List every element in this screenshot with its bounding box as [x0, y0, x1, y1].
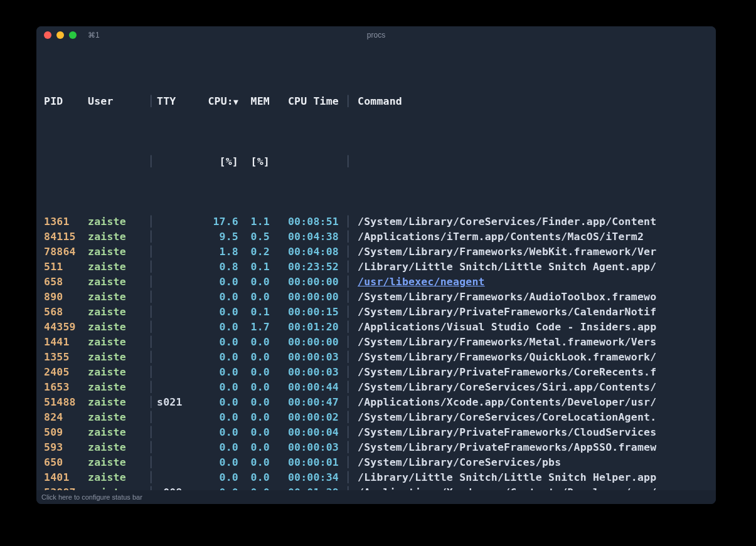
table-row[interactable]: 509zaiste│0.00.000:00:04│/System/Library…	[44, 425, 708, 440]
cell-command: /System/Library/PrivateFrameworks/AppSSO…	[358, 440, 708, 455]
cell-pid: 1441	[44, 335, 88, 350]
col-header-tty[interactable]: TTY	[157, 94, 197, 109]
cell-time: 00:04:38	[270, 229, 339, 244]
column-separator: │	[146, 214, 157, 229]
cell-tty	[157, 214, 197, 229]
cell-mem: 0.0	[238, 275, 270, 290]
cell-mem: 0.0	[238, 425, 270, 440]
cell-tty	[157, 380, 197, 395]
cell-pid: 44359	[44, 320, 88, 335]
cell-command: /System/Library/PrivateFrameworks/CoreRe…	[358, 365, 708, 380]
cell-user: zaiste	[88, 244, 146, 260]
cell-command: /System/Library/Frameworks/QuickLook.fra…	[358, 350, 708, 365]
cell-mem: 0.0	[238, 440, 270, 455]
table-row[interactable]: 1653zaiste│0.00.000:00:44│/System/Librar…	[44, 380, 708, 395]
cell-tty	[157, 335, 197, 350]
cell-user: zaiste	[88, 365, 146, 380]
status-bar[interactable]: Click here to configure status bar	[36, 490, 716, 504]
cell-command: /Applications/Xcode.app/Contents/Develop…	[358, 395, 708, 410]
cell-user: zaiste	[88, 395, 146, 410]
cell-pid: 1653	[44, 380, 88, 395]
cell-command[interactable]: /usr/libexec/neagent	[358, 275, 708, 290]
column-separator: │	[146, 365, 157, 380]
table-row[interactable]: 1361zaiste│17.61.100:08:51│/System/Libra…	[44, 214, 708, 229]
zoom-icon[interactable]	[69, 31, 77, 39]
cell-tty	[157, 275, 197, 290]
column-separator: │	[339, 214, 358, 229]
cell-time: 00:00:00	[270, 335, 339, 350]
cell-tty	[157, 425, 197, 440]
cell-mem: 0.0	[238, 335, 270, 350]
table-row[interactable]: 2405zaiste│0.00.000:00:03│/System/Librar…	[44, 365, 708, 380]
cell-cpu: 0.0	[197, 395, 238, 410]
tab-label[interactable]: ⌘1	[88, 31, 100, 39]
cell-tty	[157, 410, 197, 425]
cell-time: 00:01:20	[270, 320, 339, 335]
table-row[interactable]: 1401zaiste│0.00.000:00:34│/Library/Littl…	[44, 470, 708, 485]
column-separator: │	[146, 154, 157, 169]
sort-descending-icon: ▼	[233, 97, 238, 107]
cell-command: /System/Library/PrivateFrameworks/Calend…	[358, 305, 708, 320]
table-row[interactable]: 824zaiste│0.00.000:00:02│/System/Library…	[44, 410, 708, 425]
column-separator: │	[339, 275, 358, 290]
column-separator: │	[339, 154, 358, 169]
column-separator: │	[146, 410, 157, 425]
cell-tty	[157, 320, 197, 335]
col-header-pid[interactable]: PID	[44, 94, 88, 109]
table-row[interactable]: 593zaiste│0.00.000:00:03│/System/Library…	[44, 440, 708, 455]
column-separator: │	[339, 350, 358, 365]
table-row[interactable]: 44359zaiste│0.01.700:01:20│/Applications…	[44, 320, 708, 335]
col-header-cpu[interactable]: CPU:▼	[197, 94, 238, 109]
table-row[interactable]: 1355zaiste│0.00.000:00:03│/System/Librar…	[44, 350, 708, 365]
table-row[interactable]: 84115zaiste│9.50.500:04:38│/Applications…	[44, 229, 708, 244]
table-row[interactable]: 78864zaiste│1.80.200:04:08│/System/Libra…	[44, 244, 708, 260]
cell-command: /System/Library/PrivateFrameworks/CloudS…	[358, 425, 708, 440]
cell-user: zaiste	[88, 305, 146, 320]
column-separator: │	[146, 440, 157, 455]
col-header-user[interactable]: User	[88, 94, 146, 109]
traffic-lights	[44, 31, 77, 39]
cell-tty	[157, 455, 197, 470]
column-separator: │	[146, 320, 157, 335]
cell-pid: 51488	[44, 395, 88, 410]
column-separator: │	[146, 275, 157, 290]
cell-mem: 0.0	[238, 290, 270, 305]
table-row[interactable]: 568zaiste│0.00.100:00:15│/System/Library…	[44, 305, 708, 320]
minimize-icon[interactable]	[56, 31, 64, 39]
cell-cpu: 0.0	[197, 440, 238, 455]
cell-user: zaiste	[88, 410, 146, 425]
col-header-time[interactable]: CPU Time	[270, 94, 339, 109]
cell-pid: 650	[44, 455, 88, 470]
cell-mem: 0.0	[238, 380, 270, 395]
col-header-mem[interactable]: MEM	[238, 94, 270, 109]
column-separator: │	[339, 455, 358, 470]
window-title: procs	[367, 31, 385, 39]
cell-time: 00:04:08	[270, 244, 339, 260]
table-row[interactable]: 511zaiste│0.80.100:23:52│/Library/Little…	[44, 260, 708, 275]
cell-cpu: 0.0	[197, 320, 238, 335]
cell-mem: 0.1	[238, 305, 270, 320]
cell-tty	[157, 365, 197, 380]
close-icon[interactable]	[44, 31, 51, 39]
cell-pid: 1355	[44, 350, 88, 365]
statusbar-text: Click here to configure status bar	[41, 493, 142, 501]
column-separator: │	[146, 395, 157, 410]
table-row[interactable]: 890zaiste│0.00.000:00:00│/System/Library…	[44, 290, 708, 305]
table-row[interactable]: 51488zaiste│s0210.00.000:00:47│/Applicat…	[44, 395, 708, 410]
column-separator: │	[146, 455, 157, 470]
table-row[interactable]: 650zaiste│0.00.000:00:01│/System/Library…	[44, 455, 708, 470]
cell-user: zaiste	[88, 275, 146, 290]
cell-command: /System/Library/CoreServices/CoreLocatio…	[358, 410, 708, 425]
cell-tty	[157, 470, 197, 485]
table-row[interactable]: 658zaiste│0.00.000:00:00│/usr/libexec/ne…	[44, 275, 708, 290]
cell-command: /Library/Little Snitch/Little Snitch Age…	[358, 260, 708, 275]
cell-cpu: 0.0	[197, 335, 238, 350]
cell-user: zaiste	[88, 290, 146, 305]
col-header-command[interactable]: Command	[358, 94, 708, 109]
cell-cpu: 0.0	[197, 290, 238, 305]
table-row[interactable]: 1441zaiste│0.00.000:00:00│/System/Librar…	[44, 335, 708, 350]
cell-user: zaiste	[88, 470, 146, 485]
column-separator: │	[339, 244, 358, 260]
cell-user: zaiste	[88, 320, 146, 335]
terminal-body[interactable]: PID User │ TTY CPU:▼ MEM CPU Time │ Comm…	[36, 44, 716, 504]
